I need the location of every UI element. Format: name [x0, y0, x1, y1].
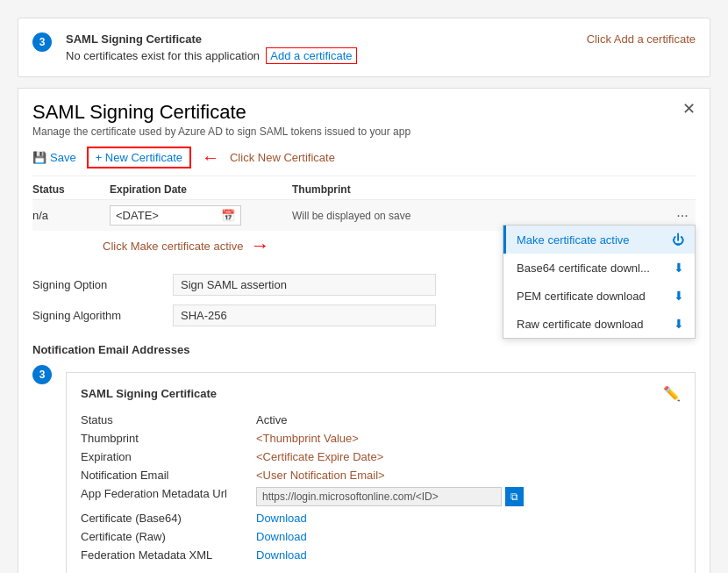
cert-thumbprint-label: Thumbprint	[81, 432, 256, 445]
row-status: n/a	[32, 209, 103, 222]
cert-base64-row: Certificate (Base64) Download	[81, 509, 681, 527]
step-badge-cert-box: 3	[32, 365, 52, 384]
save-label: Save	[50, 151, 76, 164]
cert-notification-label: Notification Email	[81, 469, 256, 482]
top-notice-text: No certificates exist for this applicati…	[66, 49, 260, 62]
col-header-expiration: Expiration Date	[110, 183, 285, 196]
toolbar-hint: Click New Certificate	[230, 151, 335, 164]
cert-metadata-url-row: App Federation Metadata Url ⧉	[81, 484, 681, 509]
cert-raw-download-link[interactable]: Download	[256, 530, 307, 543]
row-context-menu-button[interactable]: ···	[669, 208, 696, 224]
cert-expiration-label: Expiration	[81, 450, 256, 463]
cert-expiration-value: <Certificate Expire Date>	[256, 450, 383, 463]
context-menu-dropdown: Make certificate active ⏻ Base64 certifi…	[503, 225, 696, 339]
panel-title: SAML Signing Certificate	[32, 101, 410, 124]
cert-info-box: SAML Signing Certificate ✏️ Status Activ…	[66, 372, 696, 573]
cert-federation-xml-row: Federation Metadata XML Download	[81, 546, 681, 564]
download-icon-pem: ⬇	[674, 289, 684, 303]
top-notice-title: SAML Signing Certificate	[66, 32, 527, 46]
date-input[interactable]: <DATE> 📅	[110, 205, 241, 226]
menu-item-raw-download[interactable]: Raw certificate download ⬇	[503, 310, 695, 338]
cert-raw-label: Certificate (Raw)	[81, 530, 256, 543]
thumbprint-placeholder: Will be displayed on save	[292, 210, 662, 222]
signing-algorithm-label: Signing Algorithm	[32, 309, 173, 322]
signing-option-label: Signing Option	[32, 278, 173, 291]
menu-item-pem-download[interactable]: PEM certificate download ⬇	[503, 282, 695, 310]
new-cert-label: + New Certificate	[96, 151, 182, 164]
col-header-status: Status	[32, 183, 103, 196]
download-icon-base64: ⬇	[674, 261, 684, 275]
calendar-icon: 📅	[221, 209, 235, 222]
cert-status-label: Status	[81, 413, 256, 426]
cert-status-row: Status Active	[81, 411, 681, 429]
menu-item-base64-download[interactable]: Base64 certificate downl... ⬇	[503, 254, 695, 282]
notification-section-label: Notification Email Addresses	[32, 343, 696, 356]
edit-icon[interactable]: ✏️	[663, 385, 681, 402]
save-button[interactable]: 💾 Save	[32, 151, 76, 164]
cert-active-arrow-icon: →	[250, 234, 269, 257]
cert-base64-label: Certificate (Base64)	[81, 512, 256, 525]
toolbar-arrow-icon: ←	[202, 147, 219, 168]
add-cert-hint: Click Add a certificate	[587, 32, 696, 46]
cert-expiration-row: Expiration <Certificate Expire Date>	[81, 448, 681, 466]
cert-federation-xml-download-link[interactable]: Download	[256, 548, 307, 562]
make-active-label: Make certificate active	[517, 233, 630, 247]
raw-download-label: Raw certificate download	[517, 318, 644, 331]
download-icon-raw: ⬇	[674, 317, 684, 331]
date-value: <DATE>	[116, 209, 159, 222]
power-icon: ⏻	[672, 233, 684, 247]
cert-box-title: SAML Signing Certificate	[81, 387, 217, 400]
cert-raw-row: Certificate (Raw) Download	[81, 527, 681, 546]
save-icon: 💾	[32, 151, 46, 164]
base64-download-label: Base64 certificate downl...	[517, 261, 650, 275]
pem-download-label: PEM certificate download	[517, 290, 646, 303]
signing-option-value: Sign SAML assertion	[173, 274, 436, 296]
signing-algorithm-value: SHA-256	[173, 304, 436, 326]
new-certificate-button[interactable]: + New Certificate	[87, 147, 191, 168]
add-certificate-link[interactable]: Add a certificate	[266, 47, 356, 64]
cert-metadata-url-label: App Federation Metadata Url	[81, 487, 256, 506]
cert-thumbprint-value: <Thumbprint Value>	[256, 432, 359, 445]
cert-metadata-url-container: ⧉	[256, 487, 524, 506]
copy-url-button[interactable]: ⧉	[505, 487, 524, 506]
cert-status-value: Active	[256, 413, 287, 426]
step-badge-top: 3	[32, 32, 52, 52]
cert-notification-value: <User Notification Email>	[256, 469, 385, 482]
col-header-thumbprint: Thumbprint	[292, 183, 662, 196]
cert-active-hint: Click Make certificate active	[32, 240, 243, 253]
close-button[interactable]: ✕	[682, 101, 696, 117]
cert-notification-row: Notification Email <User Notification Em…	[81, 466, 681, 484]
cert-base64-download-link[interactable]: Download	[256, 512, 307, 525]
menu-item-make-active[interactable]: Make certificate active ⏻	[503, 226, 695, 254]
cert-thumbprint-row: Thumbprint <Thumbprint Value>	[81, 429, 681, 448]
metadata-url-input[interactable]	[256, 487, 502, 506]
panel-subtitle: Manage the certificate used by Azure AD …	[32, 125, 410, 138]
cert-federation-xml-label: Federation Metadata XML	[81, 548, 256, 562]
